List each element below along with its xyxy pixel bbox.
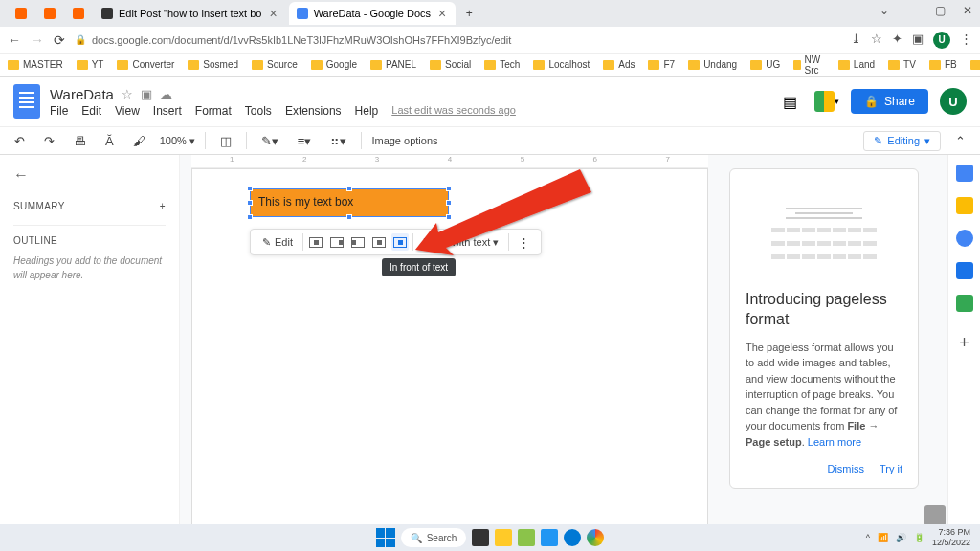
docs-logo-icon[interactable] bbox=[13, 84, 40, 119]
battery-icon[interactable]: 🔋 bbox=[914, 533, 924, 542]
tasks-icon[interactable] bbox=[956, 230, 973, 247]
bookmark[interactable]: Google bbox=[311, 59, 357, 70]
undo-button[interactable]: ↶ bbox=[10, 131, 30, 151]
wifi-icon[interactable]: 📶 bbox=[878, 533, 888, 542]
bookmark[interactable]: Land bbox=[838, 59, 875, 70]
bookmark[interactable]: PANEL bbox=[370, 59, 416, 70]
minimize-icon[interactable]: — bbox=[906, 4, 918, 17]
edge-icon[interactable] bbox=[564, 529, 581, 546]
move-icon[interactable]: ▣ bbox=[141, 87, 152, 101]
reload-button[interactable]: ⟳ bbox=[54, 33, 65, 48]
star-icon[interactable]: ☆ bbox=[122, 87, 133, 101]
last-edit-link[interactable]: Last edit was seconds ago bbox=[391, 104, 516, 118]
selected-text-box[interactable]: This is my text box bbox=[250, 188, 449, 217]
resize-handle[interactable] bbox=[247, 186, 253, 191]
try-it-button[interactable]: Try it bbox=[880, 463, 902, 474]
bookmark[interactable]: Source bbox=[252, 59, 298, 70]
url-field[interactable]: 🔒docs.google.com/document/d/1vvRs5kIb1LN… bbox=[75, 34, 841, 46]
border-dash-button[interactable]: ⠶▾ bbox=[325, 131, 351, 151]
redo-button[interactable]: ↷ bbox=[39, 131, 59, 151]
wrap-text-button[interactable] bbox=[328, 233, 345, 251]
document-canvas[interactable]: 1234567 This is my text box ✎Edit Move w… bbox=[180, 155, 720, 534]
bookmark[interactable]: Ads bbox=[603, 59, 635, 70]
new-tab-button[interactable]: + bbox=[457, 2, 480, 25]
border-color-button[interactable]: ✎▾ bbox=[256, 131, 283, 151]
install-icon[interactable]: ⤓ bbox=[851, 32, 861, 49]
bookmark[interactable]: Sosmed bbox=[188, 59, 238, 70]
bookmark[interactable]: Localhost bbox=[533, 59, 590, 70]
bookmark[interactable]: Undang bbox=[688, 59, 737, 70]
contacts-icon[interactable] bbox=[956, 262, 973, 279]
close-icon[interactable]: × bbox=[267, 6, 278, 21]
paint-format-button[interactable]: 🖌 bbox=[128, 131, 150, 151]
file-explorer-icon[interactable] bbox=[495, 529, 512, 546]
add-addon-button[interactable]: + bbox=[959, 333, 969, 353]
meet-icon[interactable]: ▾ bbox=[814, 89, 839, 114]
bookmark[interactable]: FB bbox=[929, 59, 957, 70]
resize-handle[interactable] bbox=[446, 200, 452, 206]
taskbar-search[interactable]: 🔍Search bbox=[401, 528, 467, 547]
page[interactable]: This is my text box ✎Edit Move with text… bbox=[191, 168, 708, 532]
resize-handle[interactable] bbox=[346, 214, 352, 220]
menu-format[interactable]: Format bbox=[195, 104, 232, 118]
bookmark[interactable]: Converter bbox=[117, 59, 174, 70]
menu-help[interactable]: Help bbox=[355, 104, 379, 118]
explore-button[interactable] bbox=[924, 505, 946, 526]
calendar-icon[interactable] bbox=[956, 165, 973, 182]
bookmark[interactable]: MASTER bbox=[8, 59, 63, 70]
print-button[interactable]: 🖶 bbox=[69, 131, 91, 151]
back-button[interactable]: ← bbox=[8, 33, 21, 48]
bookmark[interactable]: NW Src bbox=[793, 55, 825, 76]
spellcheck-button[interactable]: Ă bbox=[100, 131, 119, 151]
menu-file[interactable]: File bbox=[50, 104, 68, 118]
maps-icon[interactable] bbox=[956, 295, 973, 312]
menu-tools[interactable]: Tools bbox=[245, 104, 272, 118]
zoom-select[interactable]: 100% ▾ bbox=[160, 135, 195, 147]
close-window-icon[interactable]: ✕ bbox=[963, 4, 972, 17]
start-button[interactable] bbox=[376, 528, 395, 547]
inline-wrap-button[interactable] bbox=[307, 233, 324, 251]
comment-history-icon[interactable]: ▤ bbox=[778, 89, 803, 114]
bookmark[interactable]: Gov bbox=[970, 59, 980, 70]
collapse-button[interactable]: ⌃ bbox=[950, 131, 970, 151]
taskbar-app-icon[interactable] bbox=[472, 529, 489, 546]
keep-icon[interactable] bbox=[956, 197, 973, 214]
chevron-down-icon[interactable]: ⌄ bbox=[880, 4, 889, 17]
move-with-text-select[interactable]: Move with text ▾ bbox=[417, 236, 504, 249]
bookmark[interactable]: UG bbox=[750, 59, 780, 70]
star-icon[interactable]: ☆ bbox=[871, 32, 882, 49]
browser-tab[interactable] bbox=[36, 2, 63, 25]
bookmark[interactable]: F7 bbox=[648, 59, 675, 70]
close-icon[interactable]: × bbox=[436, 6, 448, 21]
hide-outline-button[interactable]: ← bbox=[13, 166, 166, 184]
add-summary-button[interactable]: + bbox=[160, 201, 166, 211]
bookmark[interactable]: YT bbox=[77, 59, 104, 70]
edit-button[interactable]: ✎Edit bbox=[256, 236, 299, 249]
bookmark[interactable]: TV bbox=[888, 59, 916, 70]
in-front-of-text-button[interactable] bbox=[391, 233, 409, 251]
more-options-button[interactable]: ⋮ bbox=[513, 232, 535, 253]
border-weight-button[interactable]: ≡▾ bbox=[293, 131, 317, 151]
browser-tab[interactable] bbox=[65, 2, 92, 25]
share-button[interactable]: 🔒Share bbox=[851, 89, 928, 114]
resize-handle[interactable] bbox=[446, 186, 452, 191]
crop-button[interactable]: ◫ bbox=[215, 131, 236, 151]
resize-handle[interactable] bbox=[247, 200, 253, 206]
menu-insert[interactable]: Insert bbox=[153, 104, 182, 118]
browser-tab-active[interactable]: WareData - Google Docs× bbox=[289, 2, 457, 25]
ruler[interactable]: 1234567 bbox=[191, 155, 708, 168]
resize-handle[interactable] bbox=[247, 214, 253, 220]
learn-more-link[interactable]: Learn more bbox=[808, 436, 861, 448]
browser-tab[interactable]: Edit Post "how to insert text bo× bbox=[94, 2, 287, 25]
extension-icon[interactable]: ✦ bbox=[892, 32, 902, 49]
reading-list-icon[interactable]: ▣ bbox=[912, 32, 924, 49]
menu-edit[interactable]: Edit bbox=[81, 104, 101, 118]
document-title[interactable]: WareData bbox=[50, 86, 114, 102]
break-text-button[interactable] bbox=[349, 233, 367, 251]
behind-text-button[interactable] bbox=[370, 233, 388, 251]
image-options-button[interactable]: Image options bbox=[371, 135, 437, 146]
taskbar-app-icon[interactable] bbox=[541, 529, 558, 546]
browser-tab[interactable] bbox=[8, 2, 34, 25]
resize-handle[interactable] bbox=[446, 214, 452, 220]
tray-expand-icon[interactable]: ^ bbox=[866, 533, 870, 542]
